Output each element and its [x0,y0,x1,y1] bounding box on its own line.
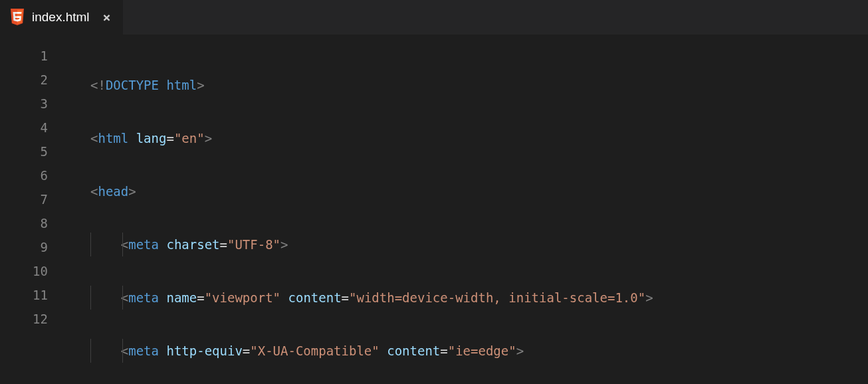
close-icon[interactable]: × [100,9,114,25]
code-line: <!DOCTYPE html> [90,73,868,97]
line-number: 8 [0,211,66,235]
gutter: 1 2 3 4 5 6 7 8 9 10 11 12 [0,35,66,384]
line-number: 1 [0,44,66,68]
code-line: <meta http-equiv="X-UA-Compatible" conte… [90,339,868,363]
tab-title: index.html [32,10,90,25]
line-number: 9 [0,235,66,259]
tab-bar: index.html × [0,0,868,35]
line-number: 3 [0,92,66,116]
code-line: <meta charset="UTF-8"> [90,233,868,256]
code-line: <meta name="viewport" content="width=dev… [90,286,868,310]
tab-index-html[interactable]: index.html × [0,0,124,35]
line-number: 2 [0,68,66,92]
code-line: <html lang="en"> [90,126,868,150]
line-number: 6 [0,163,66,187]
code-line: <head> [90,179,868,203]
line-number: 12 [0,307,66,331]
line-number: 11 [0,283,66,307]
line-number: 5 [0,140,66,163]
editor: 1 2 3 4 5 6 7 8 9 10 11 12 <!DOCTYPE htm… [0,35,868,384]
line-number: 7 [0,187,66,211]
line-number: 4 [0,116,66,140]
line-number: 10 [0,259,66,283]
html5-icon [9,9,25,26]
code-area[interactable]: <!DOCTYPE html> <html lang="en"> <head> … [66,35,868,384]
